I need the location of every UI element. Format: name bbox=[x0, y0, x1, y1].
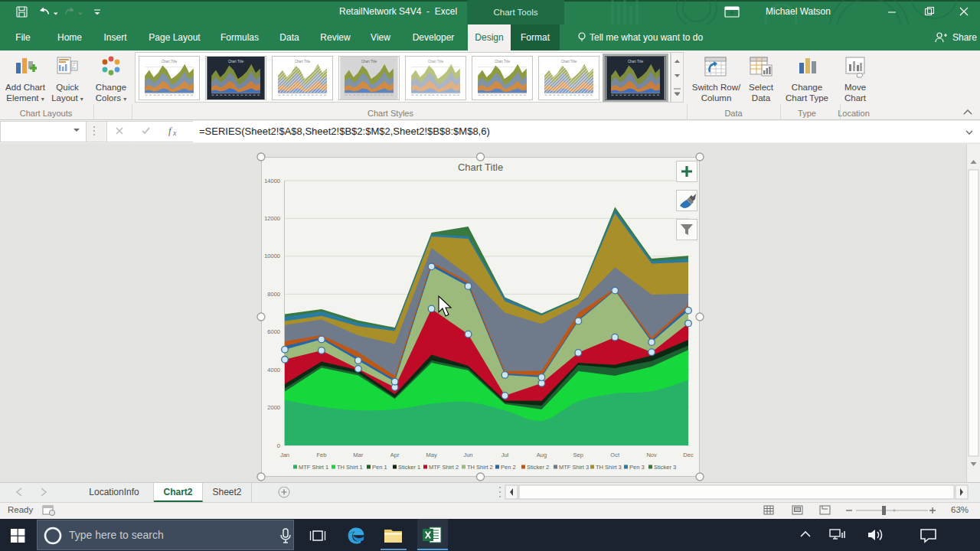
svg-text:Sep: Sep bbox=[573, 452, 583, 458]
svg-text:Feb: Feb bbox=[316, 452, 326, 458]
svg-text:0: 0 bbox=[277, 442, 280, 449]
svg-text:Jan: Jan bbox=[280, 452, 289, 458]
svg-text:Sticker 1: Sticker 1 bbox=[398, 464, 420, 471]
svg-text:Nov: Nov bbox=[646, 452, 657, 458]
svg-text:MTF Shirt 1: MTF Shirt 1 bbox=[299, 464, 328, 471]
svg-text:TH Shirt 3: TH Shirt 3 bbox=[596, 464, 622, 471]
svg-text:10000: 10000 bbox=[264, 253, 280, 259]
svg-text:Dec: Dec bbox=[683, 452, 694, 458]
svg-text:Pen 1: Pen 1 bbox=[372, 464, 387, 471]
svg-text:8000: 8000 bbox=[267, 291, 280, 298]
svg-text:Sticker 2: Sticker 2 bbox=[527, 464, 549, 471]
svg-text:4000: 4000 bbox=[267, 367, 280, 373]
svg-text:TH Shirt 1: TH Shirt 1 bbox=[337, 464, 363, 471]
svg-text:MTF Shirt 3: MTF Shirt 3 bbox=[559, 464, 589, 471]
svg-text:Oct: Oct bbox=[610, 452, 620, 458]
svg-text:12000: 12000 bbox=[264, 215, 280, 222]
svg-text:TH Shirt 2: TH Shirt 2 bbox=[467, 464, 493, 471]
svg-text:14000: 14000 bbox=[264, 178, 280, 184]
svg-text:Jun: Jun bbox=[463, 452, 472, 458]
svg-text:Jul: Jul bbox=[501, 452, 509, 458]
svg-text:Aug: Aug bbox=[537, 452, 547, 458]
svg-text:Mar: Mar bbox=[353, 452, 363, 458]
svg-text:Pen 3: Pen 3 bbox=[629, 464, 645, 471]
svg-text:Sticker 3: Sticker 3 bbox=[654, 464, 676, 471]
svg-text:6000: 6000 bbox=[267, 328, 280, 335]
svg-text:2000: 2000 bbox=[267, 404, 280, 411]
svg-text:Pen 2: Pen 2 bbox=[501, 464, 516, 471]
svg-text:May: May bbox=[426, 452, 437, 458]
svg-text:MTF Shirt 2: MTF Shirt 2 bbox=[429, 464, 459, 471]
svg-text:Apr: Apr bbox=[390, 452, 400, 458]
